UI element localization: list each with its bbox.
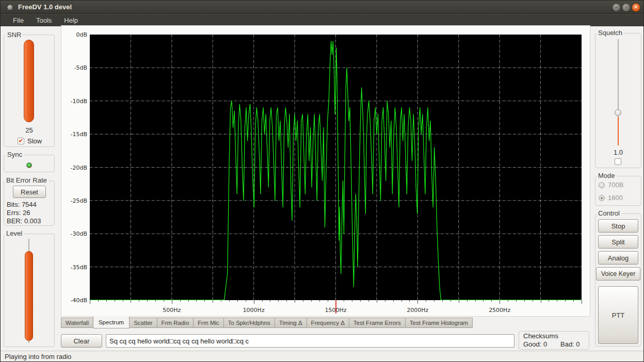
radio-icon (599, 182, 605, 188)
axis-tick (500, 300, 500, 304)
radio-label: 700B (608, 181, 623, 189)
tab-frequency[interactable]: Frequency Δ (307, 318, 349, 328)
ber-group-label: Bit Error Rate (5, 176, 49, 184)
axis-tick (417, 300, 418, 304)
axis-tick (115, 300, 115, 302)
window-controls: –▫✕ (612, 3, 640, 12)
sync-group-label: Sync (6, 151, 24, 158)
axis-tick (311, 300, 312, 302)
tab-frm-radio[interactable]: Frm Radio (157, 318, 194, 328)
checksums-bad: Bad: 0 (560, 340, 580, 348)
menu-item-help[interactable]: Help (59, 15, 83, 25)
tab-timing[interactable]: Timing Δ (275, 318, 307, 328)
squelch-group-label: Squelch (597, 29, 624, 37)
minimize-button[interactable]: – (612, 3, 621, 12)
axis-tick (467, 300, 468, 302)
axis-tick (508, 300, 508, 302)
axis-tick (368, 300, 369, 302)
radio-icon (599, 195, 605, 201)
axis-tick (434, 300, 434, 302)
checksums-groupbox: Checksums Good: 0 Bad: 0 (519, 331, 589, 350)
radio-1600[interactable]: 1600 (599, 194, 623, 202)
stop-button[interactable]: Stop (598, 219, 638, 233)
spectrum-plot-area[interactable] (90, 35, 582, 300)
axis-tick (286, 300, 287, 302)
y-axis-label: -30dB (61, 231, 87, 237)
x-axis-label: 1000Hz (238, 307, 269, 314)
axis-tick (303, 300, 303, 302)
slow-checkbox[interactable]: ✔ (18, 138, 24, 144)
x-axis-label: 2500Hz (484, 307, 515, 314)
control-buttons: StopSplitAnalogVoice KeyerPTT (595, 213, 641, 347)
y-axis-label: -5dB (61, 64, 87, 71)
axis-tick (123, 300, 123, 302)
axis-tick (106, 300, 107, 302)
level-group-label: Level (5, 229, 24, 237)
checksums-good: Good: 0 (523, 340, 547, 348)
slow-checkbox-label: Slow (27, 137, 42, 145)
y-axis-label: -25dB (61, 198, 87, 204)
axis-tick (221, 300, 221, 302)
ber-stat: BER: 0.003 (7, 217, 41, 225)
close-button[interactable]: ✕ (632, 3, 640, 12)
squelch-slider-thumb[interactable] (615, 109, 621, 116)
axis-tick (328, 300, 328, 302)
axis-tick (360, 300, 361, 302)
tab-strip: WaterfallSpectrumScatterFrm RadioFrm Mic… (61, 317, 472, 329)
freq-marker[interactable] (335, 300, 336, 314)
axis-tick (164, 300, 164, 302)
clear-button[interactable]: Clear (61, 334, 102, 348)
tab-spectrum[interactable]: Spectrum (93, 316, 130, 328)
tab-to-spkr-hdphns[interactable]: To Spkr/Hdphns (223, 318, 275, 328)
snr-gauge (24, 40, 34, 122)
axis-tick (393, 300, 394, 302)
axis-tick (180, 300, 181, 302)
axis-tick (155, 300, 156, 302)
ptt-button[interactable]: PTT (598, 286, 638, 344)
axis-tick (541, 300, 541, 303)
axis-tick (262, 300, 263, 302)
analog-button[interactable]: Analog (598, 251, 638, 265)
squelch-slider-fill (618, 117, 619, 145)
menu-bar: FileToolsHelp (1, 14, 644, 26)
axis-tick (533, 300, 533, 302)
split-button[interactable]: Split (598, 235, 638, 249)
axis-tick (582, 300, 582, 304)
mode-group-label: Mode (597, 172, 617, 179)
tab-test-frame-errors[interactable]: Test Frame Errors (349, 318, 406, 328)
tab-waterfall[interactable]: Waterfall (61, 318, 93, 328)
axis-tick (442, 300, 443, 302)
axis-tick (139, 300, 139, 302)
y-axis-label: -35dB (61, 264, 87, 271)
axis-tick (319, 300, 320, 302)
tab-scatter[interactable]: Scatter (129, 318, 157, 328)
squelch-checkbox[interactable] (615, 158, 621, 165)
menu-item-file[interactable]: File (8, 15, 29, 25)
axis-tick (90, 300, 90, 304)
axis-tick (98, 300, 99, 302)
axis-tick (573, 300, 574, 302)
maximize-button[interactable]: ▫ (622, 3, 631, 12)
axis-tick (295, 300, 295, 303)
errs-stat: Errs: 26 (7, 209, 30, 217)
axis-tick (401, 300, 402, 302)
tab-test-frame-histogram[interactable]: Test Frame Histogram (405, 318, 473, 328)
received-text-field[interactable] (106, 334, 514, 348)
axis-tick (524, 300, 525, 302)
reset-button[interactable]: Reset (13, 186, 46, 198)
voice-keyer-button[interactable]: Voice Keyer (596, 267, 640, 281)
menu-item-tools[interactable]: Tools (31, 15, 57, 25)
sync-led-icon (26, 162, 32, 168)
axis-tick (237, 300, 238, 302)
axis-tick (254, 300, 254, 304)
radio-label: 1600 (608, 194, 623, 202)
axis-tick (246, 300, 246, 302)
y-axis-label: -10dB (61, 98, 87, 105)
radio-700b[interactable]: 700B (599, 181, 623, 189)
snr-value: 25 (4, 126, 55, 134)
tab-frm-mic[interactable]: Frm Mic (193, 318, 224, 328)
title-bar: FreeDV 1.0 devel –▫✕ (1, 1, 644, 14)
spectrum-chart (90, 35, 582, 300)
axis-tick (565, 300, 566, 302)
axis-tick (475, 300, 476, 302)
